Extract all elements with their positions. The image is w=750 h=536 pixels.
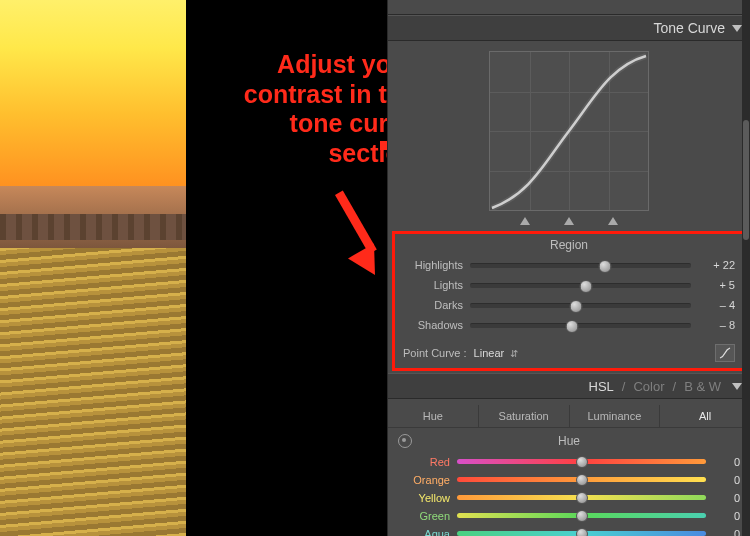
collapse-icon — [732, 383, 742, 390]
hue-value: 0 — [706, 492, 740, 504]
hsl-header[interactable]: HSL / Color / B & W — [388, 373, 750, 399]
slider-highlights[interactable] — [470, 263, 691, 268]
chevron-updown-icon: ⇵ — [510, 348, 518, 359]
annotation-arrow-icon — [305, 185, 385, 285]
tab-all[interactable]: All — [660, 405, 750, 427]
hue-label: Orange — [398, 474, 457, 486]
preview-image — [0, 0, 186, 536]
hue-slider-orange[interactable] — [457, 477, 706, 482]
hue-slider-aqua[interactable] — [457, 531, 706, 536]
slider-lights[interactable] — [470, 283, 691, 288]
hue-value: 0 — [706, 474, 740, 486]
slider-shadows[interactable] — [470, 323, 691, 328]
slider-value: – 4 — [691, 299, 735, 311]
tone-curve-graph[interactable] — [489, 51, 649, 211]
hue-value: 0 — [706, 456, 740, 468]
tone-curve-panel: Region Highlights+ 22Lights+ 5Darks– 4Sh… — [388, 41, 750, 373]
point-curve-label: Point Curve : — [403, 347, 467, 359]
tab-saturation[interactable]: Saturation — [479, 405, 570, 427]
tone-zone-handles[interactable] — [398, 217, 740, 225]
hsl-tab-bw[interactable]: B & W — [684, 379, 721, 394]
point-curve-toggle-button[interactable] — [715, 344, 735, 362]
hue-section-title: Hue — [558, 434, 580, 448]
tab-hue[interactable]: Hue — [388, 405, 479, 427]
hue-slider-red[interactable] — [457, 459, 706, 464]
tab-luminance[interactable]: Luminance — [570, 405, 661, 427]
hsl-tab-hsl[interactable]: HSL — [589, 379, 614, 394]
tone-curve-line — [490, 52, 648, 210]
slider-darks[interactable] — [470, 303, 691, 308]
hue-value: 0 — [706, 510, 740, 522]
hsl-panel: Hue Saturation Luminance All Hue Red0Ora… — [388, 399, 750, 536]
slider-value: + 22 — [691, 259, 735, 271]
slider-value: – 8 — [691, 319, 735, 331]
slider-label: Shadows — [403, 319, 470, 331]
panel-scrollbar[interactable] — [742, 0, 750, 536]
hue-value: 0 — [706, 528, 740, 537]
prev-panel-strip — [388, 0, 750, 15]
tone-curve-title: Tone Curve — [653, 20, 725, 36]
slider-label: Highlights — [403, 259, 470, 271]
slider-label: Darks — [403, 299, 470, 311]
collapse-icon — [732, 25, 742, 32]
hue-label: Red — [398, 456, 457, 468]
hue-slider-green[interactable] — [457, 513, 706, 518]
targeted-adjustment-icon[interactable] — [398, 434, 412, 448]
hue-label: Aqua — [398, 528, 457, 537]
hue-slider-yellow[interactable] — [457, 495, 706, 500]
point-curve-select[interactable]: Linear⇵ — [474, 347, 519, 359]
tone-curve-header[interactable]: Tone Curve — [388, 15, 750, 41]
slider-label: Lights — [403, 279, 470, 291]
region-label: Region — [403, 238, 735, 252]
slider-value: + 5 — [691, 279, 735, 291]
hue-label: Green — [398, 510, 457, 522]
region-highlight-box: Region Highlights+ 22Lights+ 5Darks– 4Sh… — [392, 231, 746, 371]
develop-panel-column: Tone Curve Region Highlights+ 22Lights+ … — [387, 0, 750, 536]
hue-label: Yellow — [398, 492, 457, 504]
hsl-tab-color[interactable]: Color — [633, 379, 664, 394]
